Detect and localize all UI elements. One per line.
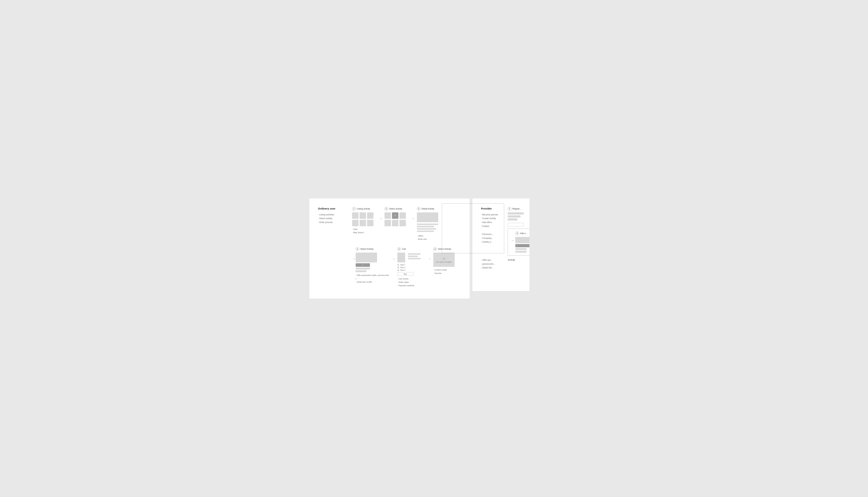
create-bar-1: [515, 237, 529, 243]
grid-cell-s2-3: [399, 212, 406, 219]
grid-cell-5: [359, 220, 366, 226]
grid-cell-4: [352, 220, 358, 226]
step-2-header: 2 Select activity: [385, 207, 402, 211]
step-5-header: 5 Cart: [397, 247, 406, 251]
top-flow: 1 Listing activity: [352, 207, 461, 241]
step-6-notes: - Confirm email - Voucher: [433, 268, 447, 275]
step-4-mockup: ✓: [356, 253, 377, 272]
detail-line-3: [417, 228, 436, 230]
cart-step-1: Step 1: [397, 264, 421, 266]
grid-cell-s2-1: [385, 212, 391, 219]
right-card-row: Provider - Become parnner - Create Activ…: [481, 207, 521, 270]
cart-img: [397, 253, 405, 262]
step-item-2-label: Step 2: [400, 267, 405, 268]
step-item-1-label: Step 1: [400, 264, 405, 266]
step-2-label: Select activity: [389, 208, 402, 210]
step-1-label: Listing activity: [357, 208, 370, 210]
offer-selected-bar: ✓: [356, 263, 370, 267]
step-3-notes: - Offers - Book now: [417, 234, 427, 241]
step-4-circle: 4: [356, 247, 359, 251]
step-2-grid: ✓: [385, 212, 406, 226]
add-offer-label: Add o...: [520, 232, 527, 235]
smiley-icon: ☺: [442, 257, 445, 260]
detail-line-1: [417, 224, 438, 225]
provider-title: Provider: [481, 207, 504, 210]
pbar-1: [508, 212, 524, 214]
register-mockup: [508, 212, 524, 226]
offer-img: [356, 253, 377, 262]
step-2-circle: 2: [385, 207, 388, 211]
ordinary-user-section: Ordinery user - Listing activities - Sel…: [318, 207, 346, 225]
step-4-block: 4 Select Activity ✓: [356, 247, 390, 284]
step-3-circle: 3: [417, 207, 421, 211]
step-4-notes: - Offer parameters (date, persons,time )…: [356, 274, 390, 284]
provider-section: Provider - Become parnner - Create Activ…: [481, 207, 504, 270]
cart-line-1: [408, 253, 421, 255]
pbar-2: [508, 215, 521, 217]
grid-cell-3: [367, 212, 373, 219]
bottom-flow: → 4 Select Activity ✓: [352, 244, 461, 290]
step-1-circle: 1: [352, 207, 356, 211]
step-1-header: 1 Listing activity: [352, 207, 370, 211]
cart-line-3: [408, 258, 421, 259]
order-complete-text: Your order is complete.: [436, 261, 452, 263]
step-3-area: 3 Detail Activity: [417, 207, 442, 241]
arrow-5-6: →: [428, 257, 431, 261]
step-6-circle: 6: [433, 247, 437, 251]
register-input-box[interactable]: [508, 223, 524, 226]
create-sel-bar: ✓: [515, 244, 529, 247]
step-6-label: Select Activity: [438, 248, 451, 250]
add-offer-header: 4 Add o...: [515, 231, 529, 235]
step-5-label: Cart: [402, 248, 406, 250]
grid-cell-6: [367, 220, 373, 226]
step-5-block: 5 Cart: [397, 247, 426, 287]
step-1-grid: [352, 212, 373, 226]
add-offer-mockup: ✓: [515, 237, 529, 253]
cart-lines: [408, 253, 421, 262]
main-content-row: Ordinery user - Listing activities - Sel…: [318, 207, 461, 290]
provider-bullets-3: - Offer par... - persons,tim... - Detail…: [481, 258, 504, 270]
step-dot-3: [397, 269, 399, 271]
ordinary-user-bullets: - Listing activities - Select activity -…: [318, 213, 346, 225]
step-5-circle: 5: [397, 247, 401, 251]
activity-label: Activity: [508, 258, 529, 261]
checkmark-icon: ✓: [394, 214, 396, 217]
create-sm-bar-2: [515, 251, 527, 253]
buy-button[interactable]: Buy: [397, 272, 413, 276]
grid-cell-s2-selected: ✓: [392, 212, 398, 219]
step-5-mockup: Step 1 Step 2 Step 3: [397, 253, 421, 276]
provider-arrow-in: →: [511, 239, 514, 242]
order-mockup: ☺ Your order is complete.: [433, 253, 455, 267]
bullet-order: - Order process: [318, 221, 346, 225]
step-dot-2: [397, 267, 399, 268]
bottom-indent: →: [352, 257, 356, 261]
grid-cell-2: [359, 212, 366, 219]
right-card: Provider - Become parnner - Create Activ…: [472, 198, 529, 291]
step-5-notes: - Cart review - Order steps - Payment me…: [397, 277, 414, 287]
offer-bar-1: [356, 268, 370, 270]
cart-step-2: Step 2: [397, 267, 421, 268]
step-6-header: 6 Select Activity: [433, 247, 451, 251]
provider-bullets: - Become parnner - Create Activity - Add…: [481, 213, 504, 228]
offer-checkmark: ✓: [362, 264, 364, 266]
step-dot-1: [397, 264, 399, 266]
arrow-2-3: →: [412, 217, 415, 221]
flow-section: 1 Listing activity: [352, 207, 461, 290]
step-4-header: 4 Select Activity: [356, 247, 373, 251]
cart-top: [397, 253, 421, 262]
provider-bottom-flow: → 4 Add o... ✓: [508, 229, 529, 256]
step-1-notes: - Filter - Map Search: [352, 228, 364, 234]
provider-bullets-2: - Personal i... - Company... - Activity …: [481, 232, 504, 244]
detail-line-4: [417, 230, 434, 232]
cart-line-2: [408, 256, 418, 257]
bottom-arrow-start: →: [352, 257, 355, 261]
register-step-circle: 1: [508, 207, 511, 211]
bullet-select: - Select activity: [318, 217, 346, 221]
bullet-listing: - Listing activities: [318, 213, 346, 217]
detail-line-2: [417, 226, 434, 227]
cart-step-list: Step 1 Step 2 Step 3: [397, 264, 421, 271]
step-3-label: Detail Activity: [422, 208, 434, 210]
register-step-header: 1 Registe...: [508, 207, 529, 211]
step-3-block: 3 Detail Activity: [417, 207, 442, 241]
step-6-block: 6 Select Activity ☺ Your order is comple…: [433, 247, 458, 275]
